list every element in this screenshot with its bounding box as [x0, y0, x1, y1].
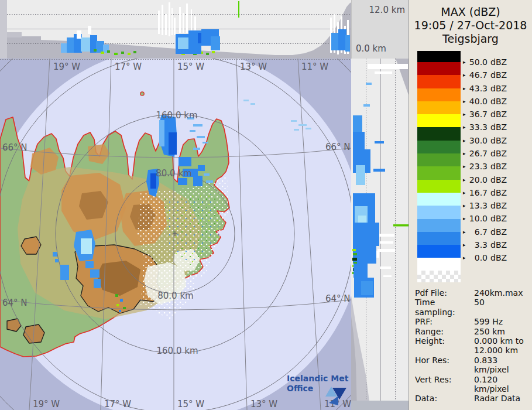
legend-swatch [417, 219, 461, 232]
meta-row: PRF:599 Hz [415, 317, 532, 326]
lon-label: 13° W [250, 399, 277, 409]
meta-label: Hor Res: [415, 356, 474, 375]
legend-swatch [417, 127, 461, 140]
legend-entry: ▸30.0dBZ [463, 136, 507, 145]
legend-unit: dBZ [490, 214, 507, 223]
lon-label: 19° W [33, 399, 60, 409]
legend-swatch [417, 206, 461, 218]
legend-value: 23.3 [468, 162, 488, 171]
legend-entry: ▸43.3dBZ [463, 84, 507, 93]
legend-unit: dBZ [490, 188, 507, 197]
legend-unit: dBZ [490, 84, 507, 93]
legend-value: 43.3 [468, 84, 488, 93]
info-sidebar: MAX (dBZ) 19:05 / 27-Oct-2018 Teigsbjarg [409, 0, 532, 410]
legend-swatch [417, 180, 461, 193]
lon-label: 11° W [301, 62, 328, 72]
height-axis-min-label: 0.0 km [356, 43, 386, 54]
legend-unit: dBZ [490, 97, 507, 106]
top-profile-panel [0, 0, 351, 59]
legend-entry: ▸40.0dBZ [463, 97, 507, 106]
legend-unit: dBZ [490, 70, 507, 80]
legend-entry: ▸23.3dBZ [463, 162, 507, 171]
side-panel-green-line [393, 224, 409, 227]
ring-label: 80.0 km [157, 291, 193, 301]
legend-value: 46.7 [468, 70, 488, 80]
logo-text-line1: Icelandic Met [287, 374, 349, 383]
legend-tick-icon: ▸ [463, 124, 468, 130]
legend-swatch [417, 75, 461, 88]
legend-entry: ▸10.0dBZ [463, 214, 507, 223]
legend-unit: dBZ [490, 110, 507, 119]
legend-value: 36.7 [468, 110, 488, 119]
meta-value: 250 km [474, 327, 532, 336]
legend-entry: ▸6.7dBZ [463, 227, 507, 237]
legend-swatch [417, 114, 461, 127]
ring-label: 160.0 km [156, 110, 197, 121]
legend-unit: dBZ [490, 136, 507, 145]
legend-entry: ▸20.0dBZ [463, 175, 507, 184]
legend-swatch-below-min [417, 258, 461, 271]
legend-tick-icon: ▸ [463, 163, 468, 169]
meta-value: 599 Hz [474, 317, 532, 326]
meta-value: 12.000 km [474, 346, 532, 355]
legend-value: 3.3 [468, 240, 488, 250]
legend-entry: ▸16.7dBZ [463, 188, 507, 197]
side-profile-panel [351, 59, 409, 410]
lon-label: 15° W [177, 399, 204, 409]
legend-tick-icon: ▸ [463, 151, 468, 156]
legend-entry: ▸46.7dBZ [463, 70, 507, 80]
lon-label: 15° W [177, 62, 204, 72]
lon-label: 17° W [115, 62, 142, 72]
legend-entry: ▸33.3dBZ [463, 122, 507, 132]
legend-tick-icon: ▸ [463, 177, 468, 183]
legend-unit: dBZ [490, 175, 507, 184]
meta-row: Height:0.000 km to [415, 336, 532, 346]
legend-tick-icon: ▸ [463, 229, 468, 235]
meta-value: Radar Data [474, 394, 532, 403]
meta-row: Data:Radar Data [415, 394, 532, 403]
legend-tick-icon: ▸ [463, 72, 468, 78]
ring-label: 160.0 km [156, 346, 198, 356]
legend-swatch [417, 245, 461, 258]
meta-label: PRF: [415, 317, 474, 326]
legend-swatch [417, 88, 461, 101]
meta-row: Vert Res:0.120 km/pixel [415, 375, 532, 394]
meta-label [415, 346, 474, 355]
legend-unit: dBZ [490, 227, 507, 237]
reflectivity-legend: ▸50.0dBZ ▸46.7dBZ ▸43.3dBZ ▸40.0dBZ ▸36.… [417, 51, 532, 284]
meta-label: Time sampling: [415, 298, 474, 317]
legend-tick-icon: ▸ [463, 203, 468, 209]
ring-label: 80.0 km [156, 168, 191, 179]
legend-swatch [417, 101, 461, 114]
legend-value: 0.0 [468, 253, 488, 262]
meta-label: Pdf File: [415, 288, 474, 298]
legend-swatch-top [417, 51, 461, 62]
lat-label: 66° N [2, 142, 28, 153]
legend-entry: ▸50.0dBZ [463, 57, 507, 67]
legend-value: 26.7 [468, 149, 488, 158]
meta-label: Range: [415, 327, 474, 336]
legend-tick-icon: ▸ [463, 190, 468, 196]
legend-unit: dBZ [490, 201, 507, 210]
legend-swatch [417, 62, 461, 75]
scan-metadata: Pdf File:240km.max Time sampling:50 PRF:… [415, 288, 532, 410]
meta-row: Range:250 km [415, 327, 532, 336]
meta-value: 50 [474, 298, 532, 317]
meta-row: Hor Res:0.833 km/pixel [415, 356, 532, 375]
meta-label: Data: [415, 394, 474, 403]
meta-label: Vert Res: [415, 375, 474, 394]
legend-entry: ▸36.7dBZ [463, 110, 507, 119]
legend-tick-icon: ▸ [463, 59, 468, 65]
meta-value: 240km.max [474, 288, 532, 298]
meta-row: Time sampling:50 [415, 298, 532, 317]
radar-map: 19° W 17° W 15° W 13° W 11° W 19° W 17° … [0, 59, 351, 410]
legend-tick-icon: ▸ [463, 255, 468, 261]
lon-label: 17° W [104, 399, 131, 409]
meta-value: 0.120 km/pixel [474, 375, 532, 394]
legend-swatch [417, 193, 461, 206]
legend-swatch-transparent [417, 271, 461, 282]
product-name: MAX (dBZ) [409, 5, 532, 19]
legend-color-stack [417, 51, 461, 282]
legend-unit: dBZ [490, 162, 507, 171]
legend-tick-icon: ▸ [463, 216, 468, 221]
